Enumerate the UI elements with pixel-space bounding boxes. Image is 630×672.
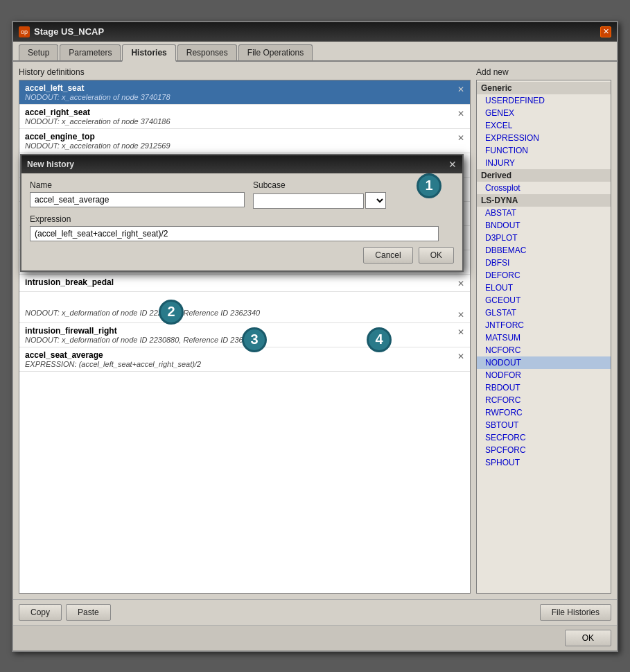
type-item-ncforc[interactable]: NCFORC bbox=[477, 344, 611, 356]
history-definitions-label: History definitions bbox=[19, 67, 471, 77]
type-item-elout[interactable]: ELOUT bbox=[477, 282, 611, 294]
item-name: accel_right_seat bbox=[25, 107, 455, 117]
app-icon: op bbox=[19, 26, 30, 37]
item-remove-icon[interactable]: ✕ bbox=[457, 277, 464, 288]
type-item-rcforc[interactable]: RCFORC bbox=[477, 394, 611, 406]
type-item-jntforc[interactable]: JNTFORC bbox=[477, 319, 611, 331]
history-item-content: accel_engine_top NODOUT: x_acceleration … bbox=[25, 132, 455, 150]
type-list[interactable]: Generic USERDEFINED GENEX EXCEL EXPRESSI… bbox=[476, 80, 611, 594]
item-remove-icon[interactable]: ✕ bbox=[457, 350, 464, 361]
type-item-function[interactable]: FUNCTION bbox=[477, 144, 611, 157]
tab-histories[interactable]: Histories bbox=[122, 44, 175, 62]
section-generic-header: Generic bbox=[477, 82, 611, 94]
item-name: accel_seat_average bbox=[25, 350, 455, 360]
type-item-nodout[interactable]: NODOUT bbox=[477, 356, 611, 369]
item-sub: NODOUT: x_acceleration of node 2912569 bbox=[25, 141, 455, 150]
type-item-secforc[interactable]: SECFORC bbox=[477, 431, 611, 444]
type-item-nodfor[interactable]: NODFOR bbox=[477, 369, 611, 381]
tab-parameters[interactable]: Parameters bbox=[60, 44, 121, 60]
type-item-sbtout[interactable]: SBTOUT bbox=[477, 419, 611, 431]
very-bottom-bar: OK bbox=[13, 625, 617, 651]
item-sub: NODOUT: x_acceleration of node 3740178 bbox=[25, 93, 455, 101]
dialog-name-row: Name Subcase bbox=[30, 180, 454, 209]
item-sub: NODOUT: x_deformation of node ID 2230880… bbox=[25, 336, 455, 344]
item-name: accel_engine_top bbox=[25, 132, 455, 141]
item-sub: NODOUT: x_deformation of node ID 2228028… bbox=[25, 309, 455, 317]
type-item-spcforc[interactable]: SPCFORC bbox=[477, 444, 611, 456]
item-remove-icon[interactable]: ✕ bbox=[457, 326, 464, 337]
item-sub: EXPRESSION: (accel_left_seat+accel_right… bbox=[25, 360, 455, 368]
type-item-excel[interactable]: EXCEL bbox=[477, 119, 611, 132]
type-item-rbdout[interactable]: RBDOUT bbox=[477, 381, 611, 394]
name-input[interactable] bbox=[30, 192, 245, 207]
subcase-field-label: Subcase bbox=[253, 180, 386, 190]
item-name: accel_left_seat bbox=[25, 83, 455, 93]
expression-field-label: Expression bbox=[30, 214, 439, 224]
left-panel: History definitions accel_left_seat NODO… bbox=[19, 67, 471, 594]
dialog-ok-button[interactable]: OK bbox=[419, 247, 454, 264]
history-item[interactable]: NODOUT: x_deformation of node ID 2228028… bbox=[19, 306, 470, 323]
bottom-bar: Copy Paste File Histories bbox=[13, 599, 617, 625]
type-item-deforc[interactable]: DEFORC bbox=[477, 269, 611, 282]
type-item-crossplot[interactable]: Crossplot bbox=[477, 182, 611, 194]
history-item[interactable]: intrusion_break_pedal ✕ bbox=[19, 275, 470, 292]
history-item[interactable]: accel_engine_top NODOUT: x_acceleration … bbox=[19, 129, 470, 153]
type-item-injury[interactable]: INJURY bbox=[477, 157, 611, 169]
item-name: intrusion_break_pedal bbox=[25, 277, 455, 287]
type-item-rwforc[interactable]: RWFORC bbox=[477, 406, 611, 419]
new-history-dialog: New history ✕ Name Subcase bbox=[20, 154, 464, 272]
title-bar: op Stage US_NCAP ✕ bbox=[13, 22, 617, 42]
content-area: History definitions accel_left_seat NODO… bbox=[13, 62, 617, 599]
history-item-content: accel_seat_average EXPRESSION: (accel_le… bbox=[25, 350, 455, 368]
subcase-dropdown[interactable] bbox=[365, 192, 386, 209]
history-item[interactable]: accel_left_seat NODOUT: x_acceleration o… bbox=[19, 80, 470, 105]
main-window: op Stage US_NCAP ✕ Setup Parameters Hist… bbox=[12, 21, 618, 652]
dialog-title: New history bbox=[27, 160, 74, 169]
tab-bar: Setup Parameters Histories Responses Fil… bbox=[13, 42, 617, 62]
window-close-button[interactable]: ✕ bbox=[600, 26, 611, 37]
history-item[interactable]: accel_right_seat NODOUT: x_acceleration … bbox=[19, 105, 470, 129]
subcase-input[interactable] bbox=[253, 193, 364, 209]
item-name: intrusion_firewall_right bbox=[25, 326, 455, 336]
type-item-matsum[interactable]: MATSUM bbox=[477, 331, 611, 344]
type-item-d3plot[interactable]: D3PLOT bbox=[477, 232, 611, 244]
expression-input[interactable] bbox=[30, 226, 439, 241]
add-new-label: Add new bbox=[476, 67, 611, 77]
name-field-label: Name bbox=[30, 180, 245, 190]
type-item-genex[interactable]: GENEX bbox=[477, 107, 611, 119]
type-item-sphout[interactable]: SPHOUT bbox=[477, 456, 611, 469]
right-panel: Add new Generic USERDEFINED GENEX EXCEL … bbox=[476, 67, 611, 594]
subcase-field-group: Subcase bbox=[253, 180, 386, 209]
type-item-bndout[interactable]: BNDOUT bbox=[477, 219, 611, 232]
file-histories-button[interactable]: File Histories bbox=[540, 604, 611, 621]
item-remove-icon[interactable]: ✕ bbox=[457, 107, 464, 119]
item-remove-icon[interactable]: ✕ bbox=[457, 309, 464, 320]
tab-responses[interactable]: Responses bbox=[177, 44, 237, 60]
type-item-dbbemac[interactable]: DBBEMAC bbox=[477, 244, 611, 257]
type-item-dbfsi[interactable]: DBFSI bbox=[477, 257, 611, 269]
type-item-glstat[interactable]: GLSTAT bbox=[477, 307, 611, 319]
section-derived-header: Derived bbox=[477, 169, 611, 182]
item-remove-icon[interactable]: ✕ bbox=[457, 132, 464, 143]
history-item[interactable]: accel_seat_average EXPRESSION: (accel_le… bbox=[19, 347, 470, 372]
section-lsdyna-header: LS-DYNA bbox=[477, 194, 611, 207]
dialog-body: Name Subcase bbox=[21, 173, 462, 270]
tab-file-operations[interactable]: File Operations bbox=[238, 44, 313, 60]
paste-button[interactable]: Paste bbox=[66, 604, 111, 621]
history-item-content: accel_left_seat NODOUT: x_acceleration o… bbox=[25, 83, 455, 101]
dialog-close-button[interactable]: ✕ bbox=[448, 159, 457, 170]
expression-field-group: Expression bbox=[30, 214, 439, 241]
type-item-expression[interactable]: EXPRESSION bbox=[477, 132, 611, 144]
type-item-abstat[interactable]: ABSTAT bbox=[477, 207, 611, 219]
item-remove-icon[interactable]: ✕ bbox=[457, 83, 464, 94]
subcase-row bbox=[253, 192, 386, 209]
copy-button[interactable]: Copy bbox=[19, 604, 62, 621]
name-field-group: Name bbox=[30, 180, 245, 209]
history-item-content: intrusion_firewall_right NODOUT: x_defor… bbox=[25, 326, 455, 344]
dialog-cancel-button[interactable]: Cancel bbox=[363, 247, 412, 264]
main-ok-button[interactable]: OK bbox=[565, 630, 611, 646]
type-item-gceout[interactable]: GCEOUT bbox=[477, 294, 611, 307]
type-item-userdefined[interactable]: USERDEFINED bbox=[477, 94, 611, 107]
tab-setup[interactable]: Setup bbox=[19, 44, 58, 60]
history-item[interactable]: intrusion_firewall_right NODOUT: x_defor… bbox=[19, 323, 470, 347]
